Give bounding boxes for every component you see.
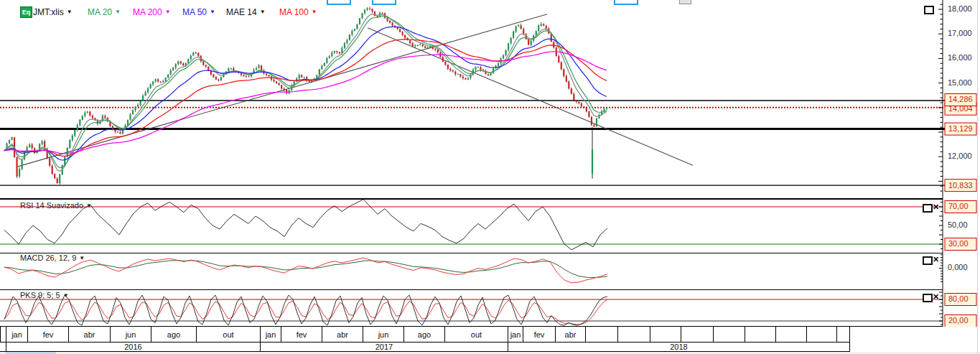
chevron-down-icon: ▼ [63, 292, 69, 299]
instrument-label: JMT:xlis [33, 7, 64, 17]
rsi-label: RSI 14 Suavizado [20, 201, 83, 210]
month-cell [0, 327, 6, 342]
svg-text:14,286: 14,286 [948, 95, 973, 103]
chevron-down-icon: ▼ [86, 202, 92, 209]
month-cell: out [444, 327, 508, 342]
macd-restore-icon[interactable] [923, 256, 933, 265]
month-cell: out [196, 327, 260, 342]
chevron-down-icon: ▼ [165, 9, 171, 15]
svg-text:80,00: 80,00 [948, 294, 969, 303]
month-cell: fev [523, 327, 555, 342]
month-cell: ago [151, 327, 196, 342]
overlay-label: MAE 14 [226, 7, 257, 17]
year-cell: 2016 [6, 343, 260, 351]
month-cell [836, 327, 849, 342]
chevron-down-icon: ▼ [115, 9, 121, 15]
overlay-ma20-selector[interactable]: MA 20 ▼ [88, 6, 121, 18]
overlay-ma200-selector[interactable]: MA 200 ▼ [133, 6, 171, 18]
chevron-down-icon: ▼ [312, 9, 317, 15]
month-cell: ago [403, 327, 444, 342]
time-axis-years[interactable]: 201620172018 [0, 343, 850, 352]
macd-panel-canvas[interactable]: 0,000 [0, 253, 980, 289]
month-cell: jan [508, 327, 523, 342]
chevron-down-icon: ▼ [67, 9, 73, 15]
window-right-edge [977, 0, 978, 354]
pks-label: PKS 9; 5; 5 [20, 291, 60, 299]
month-cell [585, 327, 617, 342]
pks-restore-icon[interactable] [923, 294, 933, 302]
svg-text:20,00: 20,00 [948, 316, 969, 325]
svg-text:15,000: 15,000 [948, 78, 972, 87]
svg-text:12,000: 12,000 [948, 152, 972, 160]
instrument-selector[interactable]: JMT:xlis ▼ [33, 6, 73, 18]
svg-text:30,00: 30,00 [948, 239, 969, 248]
month-cell [745, 327, 775, 342]
rsi-indicator-selector[interactable]: RSI 14 Suavizado ▼ [20, 201, 92, 210]
month-cell: abr [68, 327, 110, 342]
svg-text:17,000: 17,000 [948, 29, 972, 37]
overlay-label: MA 50 [182, 7, 207, 17]
overlay-ma100-selector[interactable]: MA 100 ▼ [279, 6, 317, 18]
year-cell: 2018 [508, 343, 849, 351]
overlay-label: MA 20 [88, 7, 112, 17]
month-cell [650, 327, 681, 342]
pks-indicator-selector[interactable]: PKS 9; 5; 5 ▼ [20, 291, 69, 299]
month-cell [681, 327, 713, 342]
pks-close-icon[interactable]: ✕ [932, 293, 940, 301]
month-cell: jan [260, 327, 281, 342]
equity-badge: Eq [20, 6, 32, 18]
month-cell: jun [110, 327, 151, 342]
macd-label: MACD 26, 12, 9 [20, 253, 76, 262]
time-axis-months[interactable]: janfevabrjunagooutjanfevabrjunagooutjanf… [0, 327, 850, 343]
svg-text:70,00: 70,00 [948, 202, 969, 210]
main-chart-restore-icon[interactable] [924, 6, 934, 14]
svg-text:10,833: 10,833 [948, 181, 973, 190]
chevron-down-icon: ▼ [260, 9, 266, 15]
year-cell: 2017 [260, 343, 508, 351]
month-cell [775, 327, 806, 342]
month-cell: jun [363, 327, 403, 342]
macd-close-icon[interactable]: ✕ [932, 256, 940, 264]
svg-text:13,129: 13,129 [948, 124, 973, 133]
month-cell: abr [555, 327, 585, 342]
month-cell: jan [6, 327, 27, 342]
rsi-panel-canvas[interactable]: 70,0050,0030,00 [0, 199, 980, 253]
svg-text:16,000: 16,000 [948, 53, 972, 62]
chevron-down-icon: ▼ [79, 255, 85, 261]
month-cell: abr [322, 327, 363, 342]
overlay-label: MA 200 [133, 7, 162, 17]
overlay-label: MA 100 [279, 7, 309, 17]
svg-text:0,000: 0,000 [948, 263, 968, 271]
overlay-mae14-selector[interactable]: MAE 14 ▼ [226, 6, 266, 18]
svg-text:50,00: 50,00 [948, 220, 968, 229]
stochastic-panel-canvas[interactable]: 80,0020,00 [0, 289, 980, 327]
rsi-close-icon[interactable]: ✕ [932, 203, 940, 211]
charting-app-window: 18,00017,00016,00015,00012,00014,00414,2… [0, 0, 980, 354]
overlay-ma50-selector[interactable]: MA 50 ▼ [182, 6, 215, 18]
month-cell [617, 327, 650, 342]
month-cell [806, 327, 836, 342]
main-price-chart-canvas[interactable]: 18,00017,00016,00015,00012,00014,00414,2… [0, 0, 980, 199]
svg-text:18,000: 18,000 [948, 4, 972, 13]
month-cell: fev [281, 327, 322, 342]
rsi-restore-icon[interactable] [923, 204, 933, 213]
macd-indicator-selector[interactable]: MACD 26, 12, 9 ▼ [20, 253, 85, 262]
month-cell: fev [27, 327, 68, 342]
chevron-down-icon: ▼ [210, 9, 215, 15]
month-cell [713, 327, 745, 342]
